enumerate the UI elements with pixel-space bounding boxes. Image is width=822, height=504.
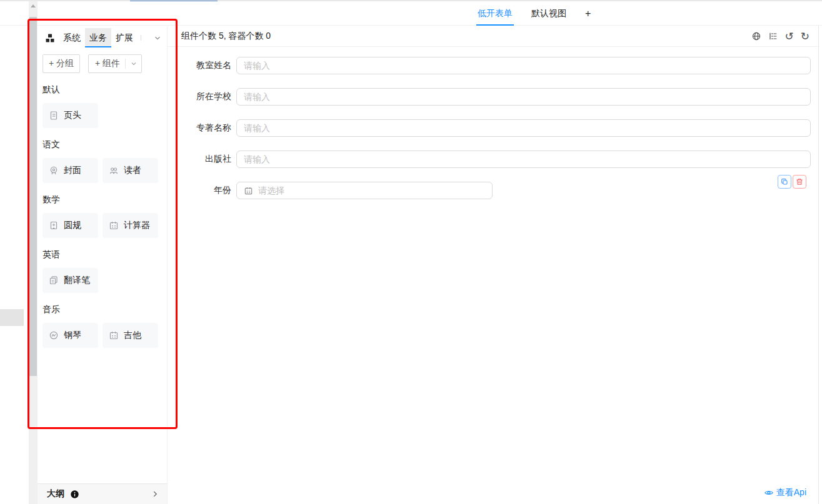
- component-group: 语文 封面 读者: [43, 138, 162, 183]
- undo-icon[interactable]: ↺: [785, 31, 794, 41]
- form-design-area: 教室姓名 所在学校 专著名称 出版社 年份: [168, 47, 818, 503]
- field-label: 教室姓名: [168, 60, 231, 71]
- palette-tab-strip: 系统 业务 扩展: [38, 28, 167, 47]
- chip-label: 吉他: [124, 330, 141, 341]
- add-group-label: + 分组: [49, 58, 74, 69]
- component-library-icon[interactable]: [41, 28, 59, 47]
- tab-label: 业务: [89, 32, 107, 44]
- compass-bookmark-icon: [49, 220, 59, 230]
- group-title: 默认: [43, 83, 162, 96]
- chip-label: 圆规: [64, 220, 81, 231]
- chip-label: 钢琴: [64, 330, 81, 341]
- component-group: 默认 页头: [43, 83, 162, 128]
- copy-icon: [780, 177, 789, 186]
- canvas-header: 组件个数 5, 容器个数 0 ↺ ↻: [168, 26, 818, 47]
- scrollbar-thumb[interactable]: [29, 17, 37, 376]
- group-title: 英语: [43, 248, 162, 260]
- view-api-label: 查看Api: [776, 487, 806, 498]
- date-input[interactable]: [258, 185, 485, 195]
- group-title: 数学: [43, 193, 162, 205]
- guitar-calendar-icon: [109, 330, 119, 340]
- chip-label: 读者: [124, 165, 141, 176]
- palette-tab-business[interactable]: 业务: [85, 28, 111, 47]
- component-group: 英语 翻译笔: [43, 248, 162, 293]
- readers-icon: [109, 166, 119, 175]
- window-right-border: [818, 1, 819, 504]
- chip-label: 封面: [64, 165, 81, 176]
- scrollbar-up-arrow-icon[interactable]: [31, 4, 36, 7]
- component-chip-page-header[interactable]: 页头: [43, 103, 98, 128]
- component-group: 音乐 钢琴 吉他: [43, 303, 162, 348]
- redo-icon[interactable]: ↻: [801, 31, 809, 41]
- text-input-school[interactable]: [236, 88, 811, 106]
- field-label: 出版社: [168, 154, 231, 165]
- tab-label: 扩展: [116, 32, 133, 44]
- component-chip-readers[interactable]: 读者: [103, 158, 158, 183]
- info-icon[interactable]: [70, 490, 79, 499]
- field-label: 所在学校: [168, 91, 231, 102]
- copy-field-button[interactable]: [778, 175, 791, 189]
- palette-toolbar: + 分组 + 组件: [43, 54, 162, 73]
- text-input-classroom-name[interactable]: [236, 57, 811, 74]
- add-component-button[interactable]: + 组件: [88, 54, 142, 73]
- tab-default-view[interactable]: 默认视图: [531, 1, 566, 26]
- plus-icon: +: [585, 8, 591, 19]
- piano-wave-icon: [49, 330, 59, 340]
- form-field-row: 年份: [168, 182, 818, 199]
- tab-label: 默认视图: [531, 8, 566, 19]
- text-input-publisher[interactable]: [236, 151, 811, 168]
- component-chip-guitar[interactable]: 吉他: [103, 323, 158, 348]
- outline-footer-bar: 大纲: [38, 483, 167, 504]
- expand-chevron-right-icon[interactable]: [151, 490, 159, 498]
- tab-label: 低开表单: [478, 8, 513, 19]
- globe-icon[interactable]: [751, 31, 761, 41]
- date-picker-year[interactable]: [236, 182, 493, 199]
- view-tabbar: 低开表单 默认视图 +: [0, 1, 822, 26]
- form-field-row: 出版社: [168, 151, 818, 168]
- field-action-buttons: [778, 175, 806, 189]
- text-input[interactable]: [244, 154, 803, 164]
- image-placeholder-square: [141, 35, 141, 41]
- tab-label: 系统: [63, 32, 81, 44]
- text-input[interactable]: [244, 61, 803, 71]
- chip-label: 计算器: [124, 220, 150, 231]
- add-group-button[interactable]: + 分组: [43, 54, 80, 73]
- component-chip-cover[interactable]: 封面: [43, 158, 98, 183]
- text-input[interactable]: [244, 92, 803, 102]
- field-label: 专著名称: [168, 122, 231, 134]
- tab-low-code-form[interactable]: 低开表单: [478, 1, 513, 26]
- component-palette-sidebar: 系统 业务 扩展 + 分组 + 组件 默认 页头: [38, 26, 168, 504]
- component-chip-translate-pen[interactable]: 翻译笔: [43, 268, 98, 293]
- page-header-icon: [49, 111, 59, 121]
- component-chip-compass[interactable]: 圆规: [43, 213, 98, 238]
- eye-icon: [764, 488, 774, 498]
- outline-label: 大纲: [47, 488, 64, 500]
- form-field-row: 所在学校: [168, 88, 818, 106]
- field-label: 年份: [168, 185, 231, 196]
- translate-pen-icon: [49, 275, 59, 285]
- collapsed-panel-fragment: [0, 309, 24, 326]
- group-title: 音乐: [43, 303, 162, 315]
- palette-tabs-chevron-down-icon[interactable]: [148, 28, 167, 47]
- palette-tab-extension[interactable]: 扩展: [111, 28, 138, 47]
- trash-icon: [795, 177, 804, 186]
- component-chip-calculator[interactable]: 计算器: [103, 213, 158, 238]
- chip-label: 翻译笔: [64, 275, 90, 286]
- calculator-icon: [109, 220, 119, 230]
- vertical-scrollbar[interactable]: [29, 1, 38, 504]
- add-component-chevron-down-icon[interactable]: [126, 60, 141, 67]
- palette-tab-system[interactable]: 系统: [59, 28, 85, 47]
- component-count-summary: 组件个数 5, 容器个数 0: [181, 31, 271, 42]
- chip-label: 页头: [64, 110, 81, 121]
- component-chip-piano[interactable]: 钢琴: [43, 323, 98, 348]
- cover-medal-icon: [49, 166, 59, 175]
- view-api-link[interactable]: 查看Api: [764, 487, 806, 498]
- text-input-monograph-title[interactable]: [236, 119, 811, 137]
- calendar-icon: [244, 186, 253, 195]
- add-component-label: + 组件: [89, 58, 125, 69]
- add-view-tab-button[interactable]: +: [585, 1, 591, 26]
- text-input[interactable]: [244, 123, 803, 133]
- outline-tree-icon[interactable]: [768, 31, 778, 41]
- delete-field-button[interactable]: [793, 175, 806, 189]
- form-field-row: 教室姓名: [168, 57, 818, 74]
